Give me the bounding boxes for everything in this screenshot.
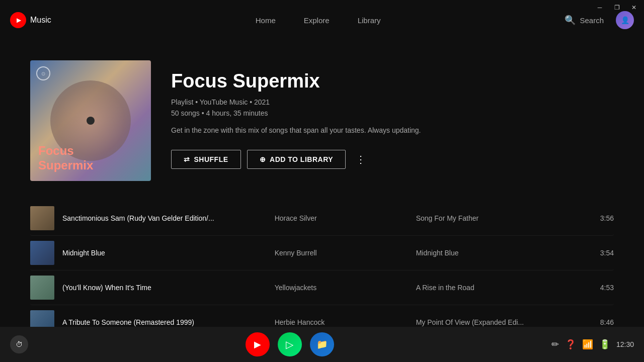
add-to-library-label: ADD TO LIBRARY [270, 155, 333, 163]
song-artist: Kenny Burrell [275, 249, 416, 257]
playlist-actions: ⇄ SHUFFLE ⊕ ADD TO LIBRARY ⋮ [171, 150, 614, 169]
titlebar: ─ ❐ ✕ [584, 0, 644, 15]
playlist-header: ⊙ Focus Supermix Focus Supermix Playlist… [30, 60, 614, 181]
song-thumbnail [30, 206, 54, 230]
taskbar-right: ✏ ❓ 📶 🔋 12:30 [551, 339, 634, 350]
minimize-button[interactable]: ─ [592, 0, 608, 15]
song-artist: Yellowjackets [275, 284, 416, 292]
art-text-line2: Supermix [38, 158, 93, 173]
song-duration: 3:56 [594, 214, 614, 222]
search-pencil-icon[interactable]: ✏ [551, 339, 559, 350]
song-row[interactable]: Sanctimonious Sam (Rudy Van Gelder Editi… [30, 201, 614, 236]
song-title-area: (You'll Know) When It's Time [62, 283, 275, 292]
clock-time: 12:30 [616, 340, 634, 348]
song-album: Midnight Blue [416, 249, 586, 257]
song-artist: Horace Silver [275, 214, 416, 222]
logo[interactable]: Music [10, 12, 51, 28]
playlist-info: Focus Supermix Playlist • YouTube Music … [171, 60, 614, 169]
playlist-meta-line2: 50 songs • 4 hours, 35 minutes [171, 109, 614, 117]
close-button[interactable]: ✕ [626, 0, 642, 15]
song-title-area: A Tribute To Someone (Remastered 1999) [62, 318, 275, 327]
playlist-description: Get in the zone with this mix of songs t… [171, 125, 614, 136]
main-content: ⊙ Focus Supermix Focus Supermix Playlist… [0, 40, 644, 327]
song-row[interactable]: A Tribute To Someone (Remastered 1999) H… [30, 305, 614, 327]
playlist-meta-line1: Playlist • YouTube Music • 2021 [171, 98, 614, 106]
song-duration: 8:46 [594, 318, 614, 326]
playlist-artwork: ⊙ Focus Supermix [30, 60, 151, 181]
art-record-icon: ⊙ [36, 66, 50, 80]
shuffle-button[interactable]: ⇄ SHUFFLE [171, 150, 241, 169]
song-album: My Point Of View (Expanded Edi... [416, 318, 586, 326]
song-album: A Rise in the Road [416, 284, 586, 292]
song-title: Sanctimonious Sam (Rudy Van Gelder Editi… [62, 214, 214, 222]
taskbar-left: ⏱ [10, 335, 28, 353]
art-text-line1: Focus [38, 144, 93, 158]
song-list: Sanctimonious Sam (Rudy Van Gelder Editi… [30, 201, 614, 327]
song-title-area: Sanctimonious Sam (Rudy Van Gelder Editi… [62, 214, 275, 223]
wifi-icon[interactable]: 📶 [582, 339, 593, 350]
taskbar-play-store-icon[interactable]: ▷ [278, 332, 302, 356]
song-title: Midnight Blue [62, 249, 105, 257]
taskbar-clock-icon[interactable]: ⏱ [10, 335, 28, 353]
nav-library[interactable]: Library [344, 12, 395, 29]
main-nav: Home Explore Library [71, 12, 565, 29]
song-thumbnail [30, 276, 54, 300]
art-text: Focus Supermix [38, 144, 93, 173]
song-artist: Herbie Hancock [275, 318, 416, 326]
search-label[interactable]: Search [580, 16, 604, 25]
taskbar-files-icon[interactable]: 📁 [310, 332, 334, 356]
search-icon[interactable]: 🔍 [565, 15, 576, 26]
song-duration: 4:53 [594, 284, 614, 292]
song-title-area: Midnight Blue [62, 248, 275, 257]
nav-home[interactable]: Home [242, 12, 290, 29]
youtube-music-logo-icon [10, 12, 26, 28]
song-duration: 3:54 [594, 249, 614, 257]
song-thumbnail [30, 310, 54, 327]
search-area: 🔍 Search [565, 15, 604, 26]
battery-icon[interactable]: 🔋 [599, 339, 610, 350]
more-options-button[interactable]: ⋮ [352, 150, 370, 168]
nav-explore[interactable]: Explore [290, 12, 344, 29]
add-icon: ⊕ [260, 155, 266, 163]
song-row[interactable]: (You'll Know) When It's Time Yellowjacke… [30, 270, 614, 305]
shuffle-icon: ⇄ [184, 155, 190, 163]
song-thumbnail [30, 241, 54, 265]
taskbar-youtube-music-icon[interactable]: ▶ [246, 332, 270, 356]
song-title: (You'll Know) When It's Time [62, 284, 151, 292]
song-album: Song For My Father [416, 214, 586, 222]
art-inner-circle [87, 117, 95, 125]
logo-text: Music [30, 16, 51, 25]
shuffle-label: SHUFFLE [194, 155, 228, 163]
question-icon[interactable]: ❓ [565, 339, 576, 350]
song-row[interactable]: Midnight Blue Kenny Burrell Midnight Blu… [30, 236, 614, 270]
song-title: A Tribute To Someone (Remastered 1999) [62, 318, 194, 326]
header: Music Home Explore Library 🔍 Search 👤 [0, 0, 644, 40]
taskbar: ⏱ ▶ ▷ 📁 ✏ ❓ 📶 🔋 12:30 [0, 327, 644, 362]
playlist-title: Focus Supermix [171, 70, 614, 92]
taskbar-center: ▶ ▷ 📁 [246, 332, 334, 356]
add-to-library-button[interactable]: ⊕ ADD TO LIBRARY [247, 150, 346, 169]
maximize-button[interactable]: ❐ [609, 0, 625, 15]
